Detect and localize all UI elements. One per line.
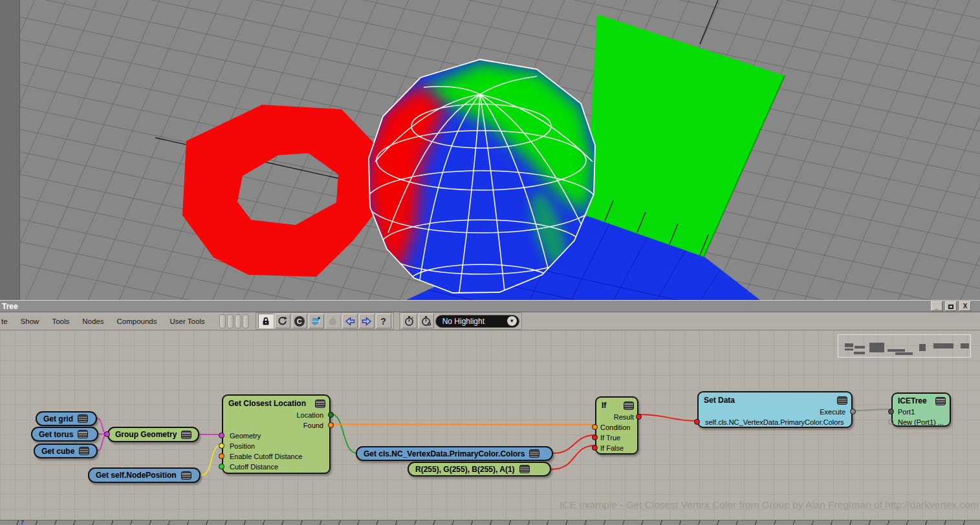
stack-icon [181,431,191,439]
port-reference[interactable] [694,419,700,425]
apple-icon [328,316,338,326]
node-get-closest-location[interactable]: Get Closest Location Location Found Geom… [222,394,331,474]
stack-icon [79,447,89,455]
lock-button[interactable] [258,314,274,328]
port-condition[interactable] [592,424,598,430]
stack-icon [315,400,325,408]
port-found[interactable] [328,422,334,428]
menu-item-show[interactable]: Show [14,317,46,325]
refresh-icon [277,316,288,327]
port-in[interactable] [104,431,110,437]
compound-button[interactable]: C [292,314,307,328]
node-get-grid[interactable]: Get grid [36,411,97,426]
window-title: Tree [0,302,18,311]
window-titlebar: Tree _ X [0,300,980,312]
port-new-port[interactable] [888,419,894,425]
close-button[interactable]: X [959,301,971,311]
port-execute[interactable] [850,409,856,414]
port-geometry[interactable] [219,433,224,438]
minimize-button[interactable]: _ [931,301,942,311]
3d-viewport[interactable] [0,0,980,300]
node-get-cube[interactable]: Get cube [34,444,98,458]
stack-icon [837,396,847,405]
compound-icon: C [294,316,305,327]
back-arrow-icon [344,316,356,327]
menu-item-nodes[interactable]: Nodes [76,317,110,325]
stopwatch-c-icon [420,316,431,327]
stack-icon [529,449,539,458]
highlight-dropdown[interactable]: No Highlight ▼ [435,315,519,328]
menu-item-compounds[interactable]: Compounds [110,317,163,325]
timer-button[interactable] [402,314,417,328]
node-set-data[interactable]: Set Data Execute self.cls.NC_VertexData.… [697,391,853,428]
stopwatch-icon [404,316,415,327]
timeline-strip[interactable]: 7 [0,520,980,525]
port-result[interactable] [636,414,642,420]
port-if-false[interactable] [592,445,598,451]
ice-tree-canvas[interactable]: Get grid Get torus Get cube Group Geomet… [0,330,980,520]
stack-icon [519,465,530,473]
help-icon: ? [380,317,386,326]
maximize-icon [948,305,953,309]
port-enable-cutoff[interactable] [219,453,224,459]
explore-button[interactable] [309,314,324,328]
menu-item-user-tools[interactable]: User Tools [164,317,212,325]
green-grid-object[interactable] [586,14,785,257]
port-if-true[interactable] [592,434,598,440]
node-rgba-value[interactable]: R(255), G(255), B(255), A(1) [408,462,551,477]
node-group-geometry[interactable]: Group Geometry [107,427,199,442]
chevron-down-icon: ▼ [507,316,517,326]
node-if[interactable]: If Result Condition If True If False [595,396,638,455]
port-position[interactable] [219,443,224,449]
forward-arrow-icon [361,316,373,327]
node-icetree[interactable]: ICETree Port1 New (Port1) ... [891,392,951,427]
viewport-left-strip [0,0,19,300]
node-get-vertexdata-colors[interactable]: Get cls.NC_VertexData.PrimaryColor.Color… [356,446,553,461]
stack-icon [935,397,946,405]
menu-item-truncated[interactable]: te [0,317,14,325]
refresh-button[interactable] [275,314,290,328]
node-get-self-nodeposition[interactable]: Get self.NodePosition [88,467,201,483]
maximize-button[interactable] [945,301,957,311]
timer-compound-button[interactable] [419,314,434,328]
globe-icon [310,316,321,327]
menu-toolbar: te Show Tools Nodes Compounds User Tools… [0,312,980,330]
menu-item-tools[interactable]: Tools [45,317,76,325]
help-button[interactable]: ? [376,314,391,328]
stack-icon [78,414,88,423]
apply-button[interactable] [325,314,341,328]
timeline-frame-label: 7 [21,519,24,525]
node-get-torus[interactable]: Get torus [31,427,98,442]
toolbar-slot-handles [219,314,249,328]
watermark-text: ICE example - Get Closest Vertex Color f… [560,499,979,511]
stack-icon [624,402,634,410]
stack-icon [78,430,88,438]
highlight-dropdown-value: No Highlight [442,317,485,326]
back-button[interactable] [342,314,358,328]
port-cutoff-distance[interactable] [219,464,224,469]
graph-navigator[interactable] [838,334,971,358]
torus-object[interactable] [182,105,377,277]
stack-icon [181,471,191,480]
port-port1[interactable] [888,409,894,414]
port-location[interactable] [328,412,334,418]
lock-icon [261,316,271,327]
forward-button[interactable] [359,314,375,328]
